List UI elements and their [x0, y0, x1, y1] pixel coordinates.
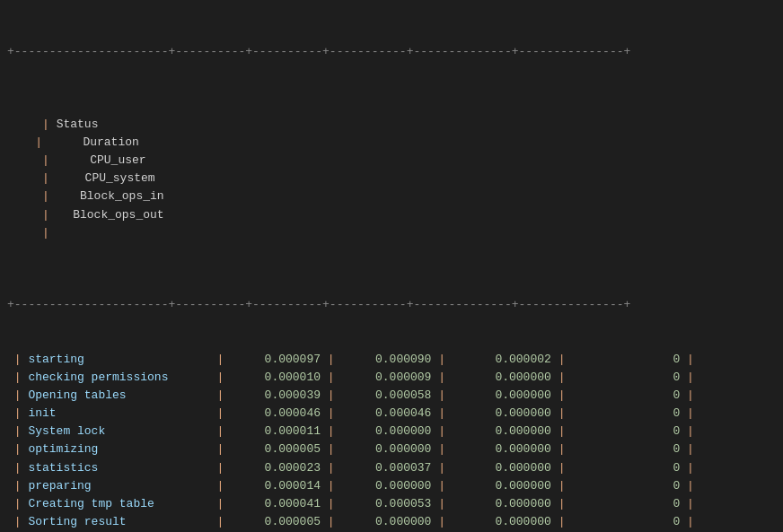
cell-block-out: 0 — [701, 387, 783, 405]
table-row: | statistics | 0.000023 | 0.000037 | 0.0… — [7, 459, 776, 477]
table-row: | Sorting result | 0.000005 | 0.000000 |… — [7, 513, 776, 531]
table-header: | Status | Duration | CPU_user | CPU_sys… — [7, 98, 776, 260]
mysql-profile-table: +----------------------+----------+-----… — [7, 7, 776, 532]
top-separator: +----------------------+----------+-----… — [7, 43, 776, 61]
table-body: | starting | 0.000097 | 0.000090 | 0.000… — [7, 351, 776, 532]
cell-cpu-user: 0.000009 — [341, 369, 431, 387]
cell-cpu-system: 0.000000 — [453, 513, 551, 531]
cell-block-out: 0 — [701, 405, 783, 423]
cell-cpu-user: 0.000000 — [341, 513, 431, 531]
cell-cpu-system: 0.000000 — [453, 387, 551, 405]
cell-duration: 0.000023 — [231, 459, 321, 477]
cell-block-out: 0 — [701, 513, 783, 531]
table-row: | optimizing | 0.000005 | 0.000000 | 0.0… — [7, 440, 776, 458]
cell-block-out: 0 — [701, 459, 783, 477]
cell-cpu-user: 0.000000 — [341, 423, 431, 440]
col-cpu-system: CPU_system — [57, 170, 155, 188]
col-block-in: Block_ops_in — [57, 188, 164, 205]
cell-status: optimizing — [28, 440, 216, 458]
cell-status: preparing — [28, 477, 216, 495]
cell-duration: 0.000011 — [231, 423, 321, 440]
cell-status: Sorting result — [28, 513, 216, 531]
table-row: | System lock | 0.000011 | 0.000000 | 0.… — [7, 423, 776, 440]
cell-block-in: 0 — [572, 440, 680, 458]
col-status: Status — [57, 116, 245, 134]
cell-status: Opening tables — [28, 387, 216, 405]
cell-cpu-system: 0.000000 — [453, 459, 551, 477]
cell-duration: 0.000039 — [231, 387, 321, 405]
cell-duration: 0.000010 — [231, 369, 321, 387]
cell-duration: 0.000005 — [231, 440, 321, 458]
cell-cpu-user: 0.000058 — [341, 387, 431, 405]
col-cpu-user: CPU_user — [57, 152, 146, 170]
cell-cpu-system: 0.000002 — [453, 351, 551, 369]
cell-cpu-user: 0.000000 — [341, 440, 431, 458]
cell-status: System lock — [28, 423, 216, 440]
cell-cpu-system: 0.000000 — [453, 405, 551, 423]
table-row: | Opening tables | 0.000039 | 0.000058 |… — [7, 387, 776, 405]
cell-cpu-user: 0.000090 — [341, 351, 431, 369]
cell-block-in: 0 — [572, 513, 680, 531]
col-block-out: Block_ops_out — [57, 206, 164, 224]
cell-status: checking permissions — [28, 369, 216, 387]
cell-status: starting — [28, 351, 216, 369]
cell-duration: 0.000005 — [231, 513, 321, 531]
cell-block-in: 0 — [572, 477, 680, 495]
cell-block-out: 0 — [701, 477, 783, 495]
cell-cpu-user: 0.000046 — [341, 405, 431, 423]
cell-status: init — [28, 405, 216, 423]
col-duration: Duration — [49, 134, 139, 152]
cell-cpu-system: 0.000000 — [453, 477, 551, 495]
cell-block-out: 0 — [701, 369, 783, 387]
table-row: | Creating tmp table | 0.000041 | 0.0000… — [7, 495, 776, 513]
cell-duration: 0.000097 — [231, 351, 321, 369]
cell-duration: 0.000041 — [231, 495, 321, 513]
cell-block-out: 0 — [701, 440, 783, 458]
cell-block-in: 0 — [572, 351, 680, 369]
cell-status: statistics — [28, 459, 216, 477]
cell-cpu-user: 0.000000 — [341, 477, 431, 495]
cell-cpu-user: 0.000053 — [341, 495, 431, 513]
cell-cpu-system: 0.000000 — [453, 369, 551, 387]
table-row: | starting | 0.000097 | 0.000090 | 0.000… — [7, 351, 776, 369]
cell-status: Creating tmp table — [28, 495, 216, 513]
cell-block-out: 0 — [701, 495, 783, 513]
table-row: | checking permissions| 0.000010 | 0.000… — [7, 369, 776, 387]
cell-duration: 0.000046 — [231, 405, 321, 423]
cell-duration: 0.000014 — [231, 477, 321, 495]
table-row: | init | 0.000046 | 0.000046 | 0.000000 … — [7, 405, 776, 423]
cell-block-in: 0 — [572, 387, 680, 405]
cell-block-in: 0 — [572, 423, 680, 440]
cell-cpu-system: 0.000000 — [453, 495, 551, 513]
cell-cpu-system: 0.000000 — [453, 440, 551, 458]
cell-block-in: 0 — [572, 495, 680, 513]
cell-block-in: 0 — [572, 369, 680, 387]
table-row: | preparing | 0.000014 | 0.000000 | 0.00… — [7, 477, 776, 495]
cell-cpu-user: 0.000037 — [341, 459, 431, 477]
cell-block-out: 0 — [701, 423, 783, 440]
header-separator: +----------------------+----------+-----… — [7, 296, 776, 314]
cell-cpu-system: 0.000000 — [453, 423, 551, 440]
cell-block-in: 0 — [572, 459, 680, 477]
cell-block-in: 0 — [572, 405, 680, 423]
cell-block-out: 0 — [701, 351, 783, 369]
